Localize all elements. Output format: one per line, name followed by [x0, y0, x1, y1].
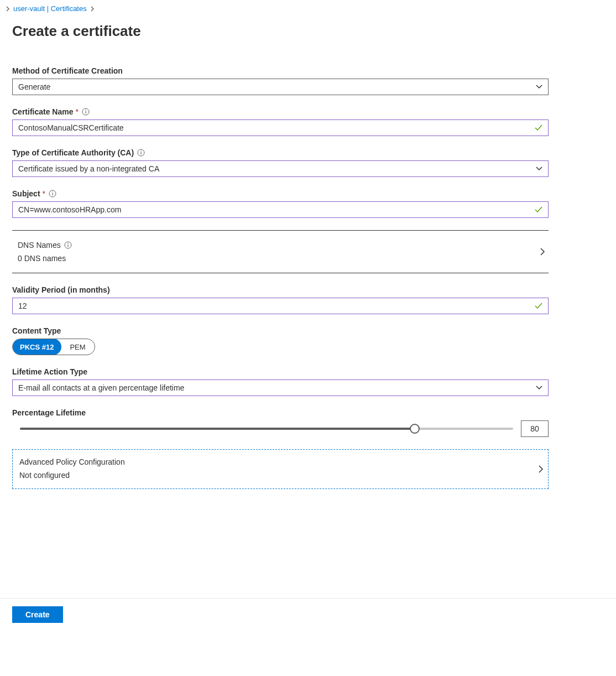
subject-input[interactable]: [18, 205, 542, 214]
content-type-label-text: Content Type: [12, 326, 61, 335]
method-value: Generate: [18, 82, 50, 91]
svg-rect-2: [85, 111, 86, 113]
chevron-right-icon: [6, 6, 10, 12]
svg-rect-5: [141, 152, 142, 154]
check-icon: [535, 206, 542, 213]
check-icon: [535, 303, 542, 309]
ca-type-label-text: Type of Certificate Authority (CA): [12, 148, 134, 157]
chevron-down-icon: [536, 386, 542, 390]
svg-point-1: [85, 110, 86, 111]
validity-input-wrapper: [12, 298, 549, 314]
content-type-option-pem[interactable]: PEM: [61, 339, 94, 355]
lifetime-action-label-text: Lifetime Action Type: [12, 367, 87, 376]
validity-input[interactable]: [18, 301, 542, 310]
percentage-label-text: Percentage Lifetime: [12, 408, 86, 417]
create-button[interactable]: Create: [12, 606, 63, 623]
percentage-label: Percentage Lifetime: [12, 408, 604, 417]
content-type-toggle: PKCS #12 PEM: [12, 339, 95, 355]
cert-name-input[interactable]: [18, 123, 542, 132]
svg-point-10: [67, 243, 69, 244]
page-title: Create a certificate: [12, 23, 604, 40]
info-icon[interactable]: [82, 108, 90, 116]
chevron-right-icon: [540, 247, 545, 256]
advanced-policy-label: Advanced Policy Configuration: [19, 457, 541, 466]
advanced-policy-value: Not configured: [19, 471, 541, 480]
method-select[interactable]: Generate: [12, 79, 549, 95]
subject-input-wrapper: [12, 201, 549, 218]
subject-label-text: Subject: [12, 189, 40, 198]
cert-name-label-text: Certificate Name: [12, 107, 74, 116]
chevron-right-icon: [90, 6, 95, 12]
required-star: *: [76, 107, 79, 116]
percentage-slider[interactable]: [20, 428, 513, 430]
method-label-text: Method of Certificate Creation: [12, 66, 123, 75]
lifetime-action-select[interactable]: E-mail all contacts at a given percentag…: [12, 379, 549, 396]
slider-fill: [20, 428, 415, 430]
lifetime-action-value: E-mail all contacts at a given percentag…: [18, 383, 184, 392]
svg-point-4: [140, 150, 142, 152]
info-icon[interactable]: [64, 241, 72, 249]
lifetime-action-label: Lifetime Action Type: [12, 367, 604, 376]
chevron-right-icon: [538, 465, 544, 474]
chevron-down-icon: [536, 167, 542, 171]
subject-label: Subject *: [12, 189, 604, 198]
dns-names-section[interactable]: DNS Names 0 DNS names: [12, 230, 549, 273]
dns-names-value: 0 DNS names: [18, 254, 543, 263]
slider-thumb[interactable]: [410, 424, 420, 434]
svg-rect-11: [67, 245, 68, 247]
method-label: Method of Certificate Creation: [12, 66, 604, 75]
advanced-policy-panel[interactable]: Advanced Policy Configuration Not config…: [12, 449, 549, 489]
info-icon[interactable]: [49, 190, 56, 197]
content-type-label: Content Type: [12, 326, 604, 335]
content-type-option-pkcs12[interactable]: PKCS #12: [12, 339, 61, 355]
dns-names-label-text: DNS Names: [18, 241, 61, 249]
cert-name-input-wrapper: [12, 119, 549, 136]
validity-label-text: Validity Period (in months): [12, 285, 110, 294]
chevron-down-icon: [536, 85, 542, 89]
cert-name-label: Certificate Name *: [12, 107, 604, 116]
footer-bar: Create: [0, 598, 616, 631]
dns-names-label: DNS Names: [18, 241, 543, 249]
ca-type-value: Certificate issued by a non-integrated C…: [18, 164, 159, 173]
info-icon[interactable]: [137, 149, 145, 157]
ca-type-select[interactable]: Certificate issued by a non-integrated C…: [12, 160, 549, 177]
check-icon: [535, 124, 542, 131]
svg-point-7: [52, 191, 53, 193]
ca-type-label: Type of Certificate Authority (CA): [12, 148, 604, 157]
required-star: *: [43, 189, 45, 198]
svg-rect-8: [52, 193, 53, 195]
breadcrumb-link[interactable]: user-vault | Certificates: [13, 4, 87, 13]
breadcrumb: user-vault | Certificates: [6, 4, 604, 13]
validity-label: Validity Period (in months): [12, 285, 604, 294]
percentage-value-box[interactable]: 80: [521, 420, 549, 437]
